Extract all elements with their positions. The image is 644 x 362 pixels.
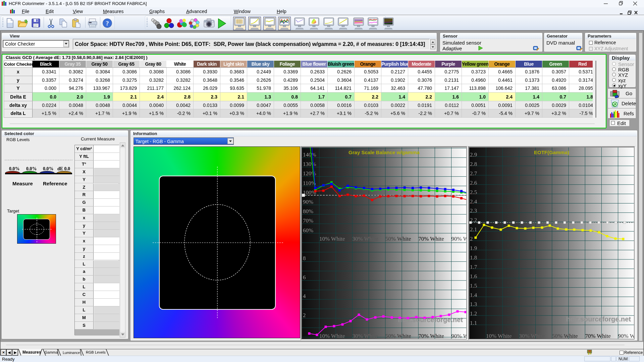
svg-text:2.5: 2.5 [470,189,477,195]
svg-text:2.1: 2.1 [470,226,477,233]
svg-text:80%: 80% [303,208,313,215]
svg-text:1.2: 1.2 [470,310,477,317]
svg-text:EOTF(Gamma): EOTF(Gamma) [534,149,569,155]
svg-text:2: 2 [303,312,306,318]
svg-text:50% White: 50% White [385,236,411,242]
svg-text:90% White: 90% White [451,236,466,242]
svg-text:90% White: 90% White [451,333,466,339]
svg-text:70% White: 70% White [418,333,444,339]
svg-text:70% White: 70% White [418,236,444,242]
svg-text:6: 6 [303,274,306,281]
svg-text:?: ? [106,20,109,27]
svg-text:10% White: 10% White [319,333,345,339]
svg-text:1.8: 1.8 [470,254,477,261]
svg-text:1.6: 1.6 [470,273,477,280]
svg-text:2.4: 2.4 [470,198,477,205]
svg-text:8: 8 [303,255,306,261]
svg-text:30% White: 30% White [352,236,378,242]
svg-text:30% White: 30% White [352,333,378,339]
svg-text:1.5: 1.5 [470,283,477,289]
svg-text:50% White: 50% White [385,333,411,339]
svg-text:140%: 140% [303,152,316,158]
svg-text:2.3: 2.3 [470,207,477,214]
svg-text:1.7: 1.7 [470,264,477,270]
svg-text:2: 2 [470,236,473,242]
svg-text:2.7: 2.7 [470,170,477,177]
svg-text:1.9: 1.9 [470,245,477,251]
svg-text:2.9: 2.9 [470,152,477,158]
svg-text:70% White: 70% White [585,333,611,339]
svg-text:10% White: 10% White [486,333,512,339]
svg-text:130%: 130% [303,161,316,167]
svg-text:30% White: 30% White [519,333,545,339]
svg-text:2.8: 2.8 [470,161,477,167]
svg-text:1.3: 1.3 [470,301,477,307]
svg-text:10% White: 10% White [319,236,345,242]
svg-text:70%: 70% [303,218,313,224]
svg-text:4: 4 [303,293,306,299]
svg-text:1.4: 1.4 [470,292,477,298]
svg-text:1.1: 1.1 [470,320,477,326]
svg-text:Gray Scale Balance w/gamma: Gray Scale Balance w/gamma [348,149,420,155]
svg-text:90% White: 90% White [618,333,634,339]
svg-text:2.6: 2.6 [470,180,477,186]
svg-text:90%: 90% [303,199,313,205]
svg-text:hcfr.sourceforge.net: hcfr.sourceforge.net [566,315,631,323]
svg-text:60%: 60% [303,227,313,234]
svg-text:50% White: 50% White [552,333,578,339]
